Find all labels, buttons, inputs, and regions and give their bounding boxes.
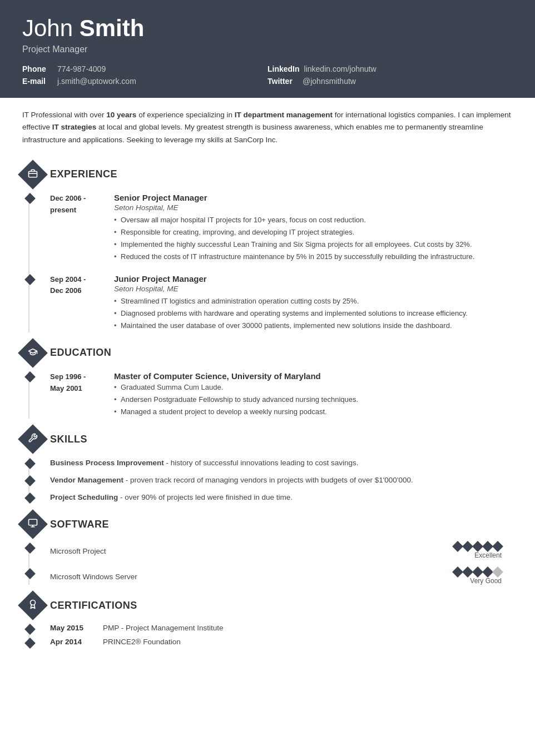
sw1-dot-2 — [462, 541, 473, 552]
job2-company: Seton Hospital, ME — [114, 285, 513, 293]
skills-list: Business Process Improvement - history o… — [22, 457, 513, 504]
sw1-name: Microsoft Project — [50, 547, 106, 555]
skill1-name: Business Process Improvement — [50, 459, 164, 467]
email-value: j.smith@uptowork.com — [57, 77, 136, 86]
linkedin-label: LinkedIn — [268, 64, 300, 73]
job2-date: Sep 2004 -Dec 2006 — [50, 274, 114, 332]
sw-diamond-1 — [24, 543, 36, 554]
sw2-dots — [454, 568, 502, 576]
certifications-title: CERTIFICATIONS — [50, 600, 137, 611]
sw2-label: Very Good — [470, 577, 502, 585]
job-item-1: Dec 2006 -present Senior Project Manager… — [50, 193, 513, 264]
skill-item-2: Vendor Management - proven track record … — [50, 475, 513, 486]
cert1-name: PMP - Project Management Institute — [103, 624, 224, 632]
graduation-icon — [28, 347, 38, 359]
timeline-diamond-1 — [24, 193, 36, 204]
first-name: John — [22, 15, 73, 41]
header-title: Project Manager — [22, 44, 513, 54]
job2-content: Junior Project Manager Seton Hospital, M… — [114, 274, 513, 332]
certifications-header: CERTIFICATIONS — [22, 595, 513, 616]
education-timeline: Sep 1996 -May 2001 Master of Computer Sc… — [22, 371, 513, 419]
skill-item-3: Project Scheduling - over 90% of project… — [50, 492, 513, 504]
phone-label: Phone — [22, 64, 53, 73]
sw1-dots — [454, 543, 502, 550]
job1-title: Senior Project Manager — [114, 193, 513, 202]
wrench-icon — [28, 433, 38, 445]
edu-item-1: Sep 1996 -May 2001 Master of Computer Sc… — [50, 371, 513, 419]
software-item-2: Microsoft Windows Server Very Good — [50, 568, 513, 585]
experience-section: EXPERIENCE Dec 2006 -present Senior Proj… — [22, 164, 513, 332]
skill3-desc: - over 90% of projects led were finished… — [118, 493, 293, 501]
job1-company: Seton Hospital, ME — [114, 203, 513, 212]
education-icon — [18, 338, 48, 368]
cert-diamond-1 — [24, 624, 36, 635]
sw2-dot-2 — [462, 566, 473, 578]
software-title: SOFTWARE — [50, 519, 109, 530]
software-list: Microsoft Project Excellent — [22, 543, 513, 585]
job2-bullets: Streamlined IT logistics and administrat… — [114, 296, 513, 331]
edu1-date: Sep 1996 -May 2001 — [50, 371, 114, 419]
summary-section: IT Professional with over 10 years of ex… — [22, 109, 513, 152]
job1-bullet-4: Reduced the costs of IT infrastructure m… — [114, 251, 513, 262]
job2-bullet-2: Diagnosed problems with hardware and ope… — [114, 308, 513, 319]
skill-diamond-2 — [24, 475, 36, 486]
skill-item-1: Business Process Improvement - history o… — [50, 457, 513, 469]
edu1-content: Master of Computer Science, University o… — [114, 371, 513, 419]
skill2-name: Vendor Management — [50, 476, 123, 484]
cert2-date: Apr 2014 — [50, 638, 92, 646]
svg-rect-3 — [29, 519, 37, 525]
cert2-name: PRINCE2® Foundation — [103, 638, 181, 646]
job2-bullet-3: Maintained the user database of over 300… — [114, 320, 513, 331]
education-header: EDUCATION — [22, 342, 513, 364]
email-contact: E-mail j.smith@uptowork.com — [22, 77, 268, 86]
resume-container: John Smith Project Manager Phone 774-987… — [0, 0, 535, 756]
sw2-rating: Very Good — [454, 568, 502, 585]
sw1-label: Excellent — [474, 551, 502, 559]
sw1-dot-5 — [492, 541, 503, 552]
skills-header: SKILLS — [22, 429, 513, 450]
edu-diamond-1 — [24, 371, 36, 382]
skill2-desc: - proven track record of managing vendor… — [123, 476, 413, 484]
body-section: IT Professional with over 10 years of ex… — [0, 98, 535, 673]
monitor-icon — [28, 518, 38, 530]
header-section: John Smith Project Manager Phone 774-987… — [0, 0, 535, 98]
skill-diamond-3 — [24, 493, 36, 504]
header-name: John Smith — [22, 16, 513, 41]
sw2-dot-1 — [452, 566, 463, 578]
cert1-date: May 2015 — [50, 624, 92, 632]
sw1-dot-3 — [472, 541, 483, 552]
experience-title: EXPERIENCE — [50, 168, 117, 180]
edu1-bullet-2: Andersen Postgraduate Fellowship to stud… — [114, 394, 513, 405]
software-header: SOFTWARE — [22, 514, 513, 535]
twitter-contact: Twitter @johnsmithutw — [268, 77, 513, 86]
job2-bullet-1: Streamlined IT logistics and administrat… — [114, 296, 513, 307]
skill-diamond-1 — [24, 458, 36, 469]
sw1-rating: Excellent — [454, 543, 502, 559]
skills-title: SKILLS — [50, 434, 87, 445]
job1-content: Senior Project Manager Seton Hospital, M… — [114, 193, 513, 264]
experience-icon — [18, 160, 48, 190]
briefcase-icon — [28, 168, 38, 181]
job1-bullet-3: Implemented the highly successful Lean T… — [114, 239, 513, 250]
skill1-desc: - history of successful innovations lead… — [164, 459, 359, 467]
sw2-dot-4 — [482, 566, 493, 578]
experience-timeline: Dec 2006 -present Senior Project Manager… — [22, 193, 513, 332]
skills-section: SKILLS Business Process Improvement - hi… — [22, 429, 513, 504]
software-item-1: Microsoft Project Excellent — [50, 543, 513, 559]
phone-contact: Phone 774-987-4009 — [22, 64, 268, 73]
education-title: EDUCATION — [50, 347, 111, 359]
sw-diamond-2 — [24, 568, 36, 579]
job1-date: Dec 2006 -present — [50, 193, 114, 264]
skill3-name: Project Scheduling — [50, 493, 118, 501]
edu1-bullets: Graduated Summa Cum Laude. Andersen Post… — [114, 382, 513, 417]
edu1-bullet-3: Managed a student project to develop a w… — [114, 406, 513, 417]
job-item-2: Sep 2004 -Dec 2006 Junior Project Manage… — [50, 274, 513, 332]
education-section: EDUCATION Sep 1996 -May 2001 Master of C… — [22, 342, 513, 419]
software-icon — [18, 509, 48, 539]
edu1-bullet-1: Graduated Summa Cum Laude. — [114, 382, 513, 393]
cert-list: May 2015 PMP - Project Management Instit… — [22, 624, 513, 646]
sw2-name: Microsoft Windows Server — [50, 573, 137, 581]
edu1-degree: Master of Computer Science, University o… — [114, 371, 513, 381]
cert-item-1: May 2015 PMP - Project Management Instit… — [50, 624, 513, 632]
svg-rect-0 — [29, 171, 37, 177]
